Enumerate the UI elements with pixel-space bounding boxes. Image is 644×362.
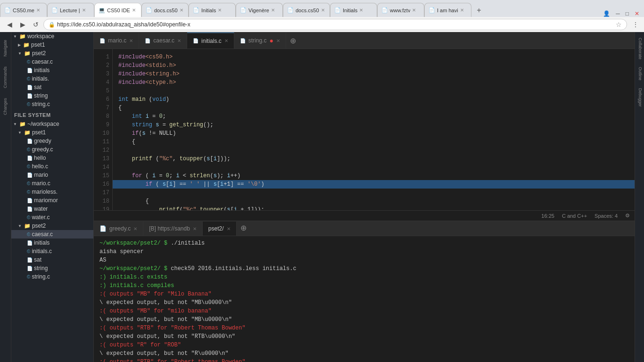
tree-string-c-top[interactable]: © string.c — [11, 100, 93, 108]
sidebar-item-navigate[interactable]: Navigate — [0, 34, 11, 62]
terminal-line-6: :) initials.c compiles — [99, 281, 629, 290]
tree-initials-c-top[interactable]: © initials. — [11, 74, 93, 83]
caesar-tab-close[interactable]: ✕ — [177, 38, 181, 43]
string-unsaved-dot: ● — [269, 37, 273, 44]
tree-fs-initials[interactable]: 📄 initials — [11, 239, 93, 247]
tree-mario[interactable]: 📄 mario — [11, 171, 93, 179]
terminal-content[interactable]: ~/workspace/pset2/ $ ./initials aisha sp… — [94, 236, 635, 362]
code-editor[interactable]: 1 2 3 4 5 6 7 8 9 10 11 12 13 14 15 16 1 — [94, 49, 635, 210]
tree-fs-string-c[interactable]: © string.c — [11, 272, 93, 281]
sidebar-outline[interactable]: Outline — [636, 63, 644, 84]
add-terminal-tab-button[interactable]: ⊕ — [237, 220, 250, 236]
settings-gear-icon[interactable]: ⚙ — [625, 213, 630, 219]
initials-c-top-label: initials. — [32, 75, 49, 82]
terminal-line-2: aisha spencer — [99, 247, 629, 256]
term-tab-pset2-close[interactable]: ✕ — [227, 226, 231, 231]
tree-marioless[interactable]: © marioless. — [11, 188, 93, 196]
tree-caesar-top[interactable]: © caesar.c — [11, 58, 93, 66]
caesar-tab-icon: 📄 — [145, 38, 150, 43]
tree-fs-initials-c[interactable]: © initials.c — [11, 247, 93, 255]
sidebar-debugger[interactable]: Debugger — [636, 84, 644, 111]
tree-initials-top[interactable]: 📄 initials — [11, 66, 93, 74]
terminal-line-12: \ expected output, but not "RTB\u0000\n" — [99, 332, 629, 341]
code-text[interactable]: #include<cs50.h> #include<stdio.h> #incl… — [113, 49, 635, 210]
term-tab-greedy-close[interactable]: ✕ — [133, 226, 137, 231]
tree-hello[interactable]: 📄 hello — [11, 154, 93, 162]
pset1-label: pset1 — [31, 41, 45, 48]
tab-close-5[interactable]: ✕ — [218, 8, 222, 13]
reload-button[interactable]: ↺ — [30, 19, 41, 30]
terminal-tab-greedy[interactable]: 📄 greedy.c ✕ — [94, 222, 143, 236]
browser-tab-3[interactable]: 💻 CS50 IDE ✕ — [94, 3, 141, 17]
editor-tab-initials[interactable]: 📄 initials.c ✕ — [187, 33, 234, 49]
terminal-tab-pset2[interactable]: pset2/ ✕ — [203, 222, 237, 236]
tab-close-7[interactable]: ✕ — [321, 8, 325, 13]
tree-fs-caesar-c[interactable]: © caesar.c — [11, 230, 93, 239]
tab-close-3[interactable]: ✕ — [132, 8, 136, 13]
mario-tab-close[interactable]: ✕ — [129, 38, 133, 43]
initials-tab-close[interactable]: ✕ — [224, 38, 228, 43]
tree-string-top[interactable]: 📄 string — [11, 91, 93, 100]
browser-tab-4[interactable]: 📄 docs.cs50 ✕ — [141, 3, 189, 17]
left-vertical-sidebar: Navigate Commands Changes — [0, 32, 11, 362]
browser-tab-8[interactable]: 📄 Initials ✕ — [330, 3, 377, 17]
new-tab-button[interactable]: + — [472, 4, 486, 17]
tab-close-4[interactable]: ✕ — [180, 8, 183, 13]
browser-tab-9[interactable]: 📄 www.fztv ✕ — [377, 3, 424, 17]
tree-fs-sat[interactable]: 📄 sat — [11, 255, 93, 264]
browser-tab-6[interactable]: 📄 Vigenère ✕ — [236, 3, 283, 17]
tree-mariomor[interactable]: 📄 mariomor — [11, 196, 93, 205]
forward-button[interactable]: ▶ — [17, 19, 28, 30]
fs-string-c-icon: © — [27, 274, 30, 280]
tree-fs-pset1[interactable]: ▼ 📁 pset1 — [11, 128, 93, 137]
add-editor-tab-button[interactable]: ⊕ — [286, 33, 300, 49]
editor-tab-mario[interactable]: 📄 mario.c ✕ — [94, 33, 139, 49]
tab-close-1[interactable]: ✕ — [36, 8, 40, 13]
tab-close-2[interactable]: ✕ — [82, 8, 86, 13]
editor-area: 📄 mario.c ✕ 📄 caesar.c ✕ 📄 initials.c ✕ … — [94, 32, 635, 362]
chrome-menu-icon[interactable]: ⋮ — [631, 20, 640, 29]
tree-sat-top[interactable]: 📄 sat — [11, 83, 93, 91]
term-tab-sandbox-close[interactable]: ✕ — [193, 226, 197, 231]
bookmark-star-icon[interactable]: ☆ — [616, 21, 622, 28]
terminal-line-8: \ expected output, but not "MB\u0000\n" — [99, 298, 629, 307]
browser-tab-10[interactable]: 📄 I am havi ✕ — [424, 3, 471, 17]
tree-pset2-top[interactable]: ▼ 📁 pset2 — [11, 49, 93, 58]
sidebar-item-commands[interactable]: Commands — [0, 63, 11, 91]
profile-icon[interactable]: 👤 — [600, 10, 613, 17]
status-time: 16:25 — [541, 213, 554, 219]
tab-close-6[interactable]: ✕ — [271, 8, 275, 13]
browser-tab-5[interactable]: 📄 Initials ✕ — [189, 3, 236, 17]
tree-greedy[interactable]: 📄 greedy — [11, 137, 93, 145]
tab-close-8[interactable]: ✕ — [359, 8, 363, 13]
tree-fs-string[interactable]: 📄 string — [11, 264, 93, 272]
close-window-button[interactable]: ✕ — [632, 10, 642, 17]
tree-greedy-c[interactable]: © greedy.c — [11, 145, 93, 154]
tree-water-c[interactable]: © water.c — [11, 213, 93, 222]
tree-mario-c[interactable]: © mario.c — [11, 179, 93, 188]
terminal-tabs: 📄 greedy.c ✕ [B] https://sandb ✕ pset2/ … — [94, 221, 635, 236]
tree-water[interactable]: 📄 water — [11, 205, 93, 213]
editor-tab-caesar[interactable]: 📄 caesar.c ✕ — [139, 33, 187, 49]
tree-hello-c[interactable]: © hello.c — [11, 162, 93, 171]
tree-fs-pset2[interactable]: ▼ 📁 pset2 — [11, 222, 93, 230]
string-tab-close[interactable]: ✕ — [276, 38, 280, 43]
tree-pset1[interactable]: ▶ 📁 pset1 — [11, 41, 93, 49]
tree-home-workspace[interactable]: ▼ 📁 ~/workspace — [11, 120, 93, 128]
address-bar[interactable]: 🔒 https://ide.cs50.io/abdulrazaq_aisha/i… — [43, 19, 627, 30]
sidebar-collaborate[interactable]: Collaborate — [636, 34, 644, 63]
maximize-button[interactable]: □ — [623, 10, 632, 17]
terminal-tab-sandbox[interactable]: [B] https://sandb ✕ — [143, 222, 203, 236]
minimize-button[interactable]: ─ — [613, 10, 623, 17]
tab-close-9[interactable]: ✕ — [412, 8, 416, 13]
fs-caesar-c-icon: © — [27, 232, 30, 237]
tree-workspace-root[interactable]: ▼ 📁 workspace — [11, 32, 93, 41]
back-button[interactable]: ◀ — [4, 19, 15, 30]
editor-tab-string[interactable]: 📄 string.c ● ✕ — [234, 33, 286, 49]
browser-tab-1[interactable]: 📄 CS50.me ✕ — [0, 3, 47, 17]
browser-tab-2[interactable]: 📄 Lecture | ✕ — [47, 3, 94, 17]
sidebar-item-changes[interactable]: Changes — [0, 92, 11, 121]
tab-close-10[interactable]: ✕ — [460, 8, 464, 13]
string-tab-label: string.c — [248, 37, 267, 44]
browser-tab-7[interactable]: 📄 docs.cs50 ✕ — [283, 3, 330, 17]
